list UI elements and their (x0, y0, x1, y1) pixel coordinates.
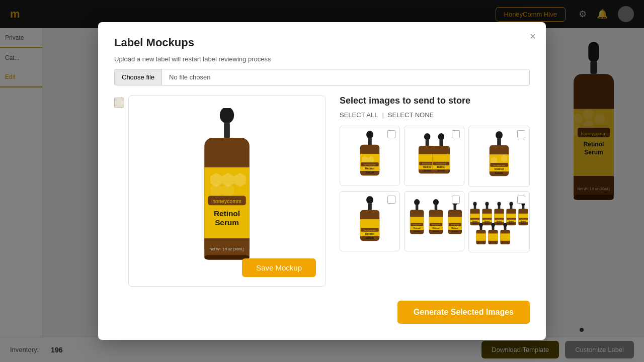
grid-cell-5[interactable]: honeycomm Retinol Serum honeycomm (404, 191, 464, 251)
save-mockup-button[interactable]: Save Mockup (242, 258, 316, 277)
controls-separator: | (382, 111, 383, 119)
svg-text:Retinol: Retinol (214, 209, 240, 218)
grid-controls: SELECT ALL | SELECT NONE (340, 111, 530, 119)
svg-text:Retinol: Retinol (414, 227, 421, 229)
svg-text:honeycomm: honeycomm (484, 219, 490, 220)
svg-rect-151 (500, 233, 510, 240)
svg-rect-93 (454, 205, 457, 210)
thumb-1[interactable] (114, 98, 124, 108)
svg-text:honeycomm: honeycomm (520, 219, 526, 220)
grid-cell-4[interactable]: honeycomm Retinol Serum (340, 191, 400, 251)
svg-point-108 (485, 202, 489, 206)
svg-rect-143 (476, 233, 486, 240)
svg-point-148 (503, 223, 507, 227)
grid-cell-3[interactable]: honeycomm Retinol Serum (468, 126, 530, 187)
svg-text:Retinol: Retinol (509, 221, 514, 223)
svg-text:Serum: Serum (472, 223, 477, 225)
svg-rect-59 (497, 138, 501, 146)
svg-text:Serum: Serum (521, 223, 526, 225)
grid-cell-2-image: honeycomm Retinol Serum honeycomm Retino… (412, 131, 457, 181)
svg-text:Serum: Serum (497, 223, 502, 225)
grid-cell-1-image: honeycomm Retinol Serum (352, 131, 387, 181)
svg-point-42 (424, 133, 430, 140)
grid-cell-6[interactable]: honeycomm Retinol Serum honeycomm (468, 191, 530, 252)
preview-bottle-svg: honeycomm Retinol Serum Net Wt. 1 fl oz … (172, 108, 282, 274)
svg-point-76 (414, 199, 420, 205)
preview-wrap: honeycomm Retinol Serum Net Wt. 1 fl oz … (114, 96, 326, 287)
svg-text:Serum: Serum (433, 230, 439, 232)
svg-point-116 (497, 202, 501, 206)
svg-rect-69 (368, 203, 372, 211)
no-file-text: No file chosen (162, 69, 217, 85)
label-mockups-modal: Label Mockups × Upload a new label will … (98, 22, 546, 340)
preview-panel: honeycomm Retinol Serum Net Wt. 1 fl oz … (114, 96, 326, 287)
svg-point-16 (220, 108, 234, 124)
grid-cell-4-image: honeycomm Retinol Serum (352, 196, 387, 246)
svg-text:Retinol: Retinol (451, 227, 458, 229)
thumbnail-strip (114, 96, 128, 287)
cell-4-checkbox[interactable] (387, 196, 395, 204)
grid-cell-1[interactable]: honeycomm Retinol Serum (340, 126, 400, 186)
svg-text:Serum: Serum (495, 171, 504, 174)
svg-text:Retinol: Retinol (365, 167, 375, 170)
svg-text:Serum: Serum (437, 169, 445, 172)
svg-text:honeycomm: honeycomm (364, 163, 376, 166)
image-grid: honeycomm Retinol Serum (340, 126, 530, 252)
modal-title: Label Mockups (114, 36, 530, 49)
select-all-link[interactable]: SELECT ALL (340, 111, 378, 119)
svg-text:honeycomm: honeycomm (494, 164, 505, 166)
svg-rect-85 (435, 205, 438, 210)
svg-point-50 (438, 133, 444, 140)
modal-close-button[interactable]: × (530, 31, 536, 41)
main-preview-image: honeycomm Retinol Serum Net Wt. 1 fl oz … (128, 96, 326, 287)
svg-rect-51 (439, 139, 443, 146)
choose-file-button[interactable]: Choose file (115, 69, 162, 85)
svg-point-68 (366, 196, 373, 204)
svg-point-84 (433, 199, 439, 205)
svg-text:honeycomm: honeycomm (432, 224, 440, 226)
cell-5-checkbox[interactable] (452, 196, 460, 204)
svg-text:Net Wt. 1 fl oz (30mL): Net Wt. 1 fl oz (30mL) (210, 247, 245, 251)
svg-text:honeycomm: honeycomm (508, 219, 514, 220)
svg-text:Retinol: Retinol (472, 221, 477, 223)
upload-notice-text: Upload a new label will restart label re… (114, 55, 530, 63)
modal-body: honeycomm Retinol Serum Net Wt. 1 fl oz … (114, 96, 530, 287)
svg-text:Retinol: Retinol (521, 221, 526, 223)
cell-3-checkbox[interactable] (517, 130, 525, 138)
svg-text:honeycomm: honeycomm (472, 219, 478, 220)
svg-point-58 (496, 131, 503, 139)
svg-rect-17 (224, 122, 230, 139)
cell-6-checkbox[interactable] (517, 196, 525, 204)
svg-text:Retinol: Retinol (432, 227, 439, 229)
svg-text:honeycomm: honeycomm (496, 219, 502, 220)
svg-point-144 (491, 223, 495, 227)
grid-title: Select images to send to store (340, 96, 530, 106)
svg-text:honeycomm: honeycomm (364, 229, 376, 231)
svg-point-100 (473, 202, 476, 206)
grid-cell-2[interactable]: honeycomm Retinol Serum honeycomm Retino… (404, 126, 464, 186)
svg-text:honeycomm: honeycomm (212, 198, 242, 204)
svg-text:Serum: Serum (424, 169, 431, 172)
svg-text:honeycomm: honeycomm (436, 163, 447, 165)
svg-text:Retinol: Retinol (423, 166, 431, 168)
grid-cell-6-image: honeycomm Retinol Serum honeycomm (469, 197, 529, 247)
svg-text:Retinol: Retinol (497, 221, 502, 223)
select-none-link[interactable]: SELECT NONE (388, 111, 434, 119)
svg-text:Serum: Serum (414, 230, 420, 232)
svg-point-140 (479, 223, 482, 227)
svg-text:honeycomm: honeycomm (451, 224, 459, 226)
grid-cell-3-image: honeycomm Retinol Serum (481, 131, 517, 182)
svg-rect-147 (488, 233, 498, 240)
svg-text:Serum: Serum (215, 218, 239, 227)
generate-selected-images-button[interactable]: Generate Selected Images (397, 301, 530, 324)
cell-1-checkbox[interactable] (387, 130, 395, 138)
cell-2-checkbox[interactable] (452, 130, 460, 138)
svg-rect-33 (368, 138, 372, 145)
svg-point-32 (366, 131, 373, 138)
grid-panel: Select images to send to store SELECT AL… (340, 96, 530, 287)
svg-text:Serum: Serum (509, 223, 514, 225)
svg-text:honeycomm: honeycomm (422, 163, 433, 165)
svg-text:Serum: Serum (452, 230, 458, 232)
svg-point-124 (509, 202, 513, 206)
modal-overlay: Label Mockups × Upload a new label will … (0, 0, 644, 362)
